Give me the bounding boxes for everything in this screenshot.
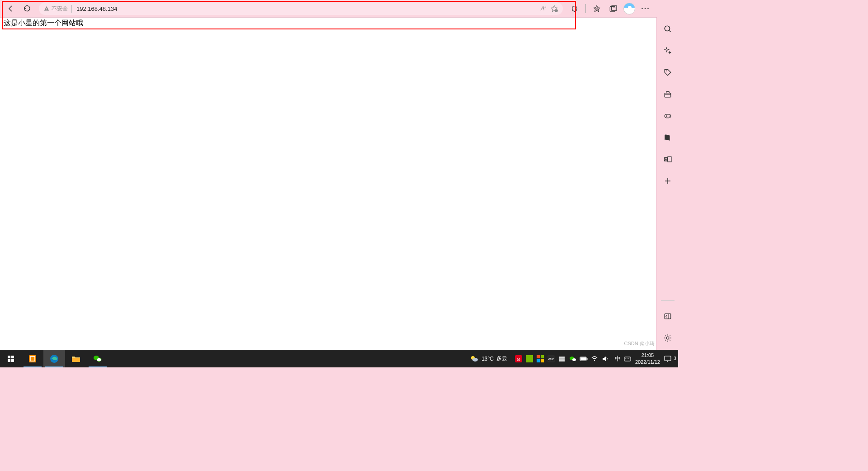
collections-icon <box>609 5 617 13</box>
sidebar-outlook-button[interactable] <box>661 153 674 166</box>
refresh-button[interactable] <box>20 1 34 16</box>
svg-point-37 <box>472 358 478 362</box>
tray-app3[interactable] <box>558 355 566 363</box>
sidebar-shopping-button[interactable] <box>661 66 674 79</box>
address-bar-actions: A» <box>541 5 558 13</box>
favorite-star-button[interactable] <box>550 5 558 13</box>
svg-rect-14 <box>665 114 671 118</box>
puzzle-icon <box>571 5 579 13</box>
security-label: 不安全 <box>52 5 68 13</box>
games-icon <box>664 112 672 120</box>
wifi-icon <box>591 355 598 362</box>
svg-point-51 <box>572 358 576 361</box>
svg-point-2 <box>555 9 558 12</box>
volume-icon <box>602 355 609 362</box>
weather-widget[interactable]: 13°C 多云 <box>465 354 512 363</box>
ime-keyboard-icon <box>624 355 631 362</box>
back-button[interactable] <box>4 1 18 16</box>
favorites-star-icon <box>593 5 601 13</box>
avatar-icon <box>623 3 635 14</box>
notification-icon <box>664 355 672 363</box>
notification-count: 3 <box>674 356 676 361</box>
svg-rect-29 <box>11 359 14 362</box>
toolbar-divider <box>585 4 586 13</box>
sparkle-icon <box>664 47 672 55</box>
tray-volume[interactable] <box>601 355 609 363</box>
folder-icon <box>71 354 81 364</box>
taskbar-clock[interactable]: 21:05 2022/11/12 <box>632 352 664 365</box>
sidebar-games-button[interactable] <box>661 109 674 122</box>
taskbar-wechat[interactable] <box>87 350 108 367</box>
watermark-text: CSDN @小琦 <box>624 340 655 347</box>
security-indicator[interactable]: 不安全 <box>43 5 72 13</box>
svg-rect-53 <box>586 358 587 360</box>
tag-icon <box>664 68 672 76</box>
svg-rect-28 <box>8 359 10 362</box>
vmware-icon <box>28 354 38 364</box>
read-aloud-button[interactable]: A» <box>541 5 547 12</box>
clock-time: 21:05 <box>635 352 660 358</box>
tray-wechat[interactable] <box>569 355 577 363</box>
wechat-icon <box>93 354 103 364</box>
svg-rect-43 <box>537 359 540 362</box>
svg-rect-41 <box>537 355 540 358</box>
nvidia-icon <box>526 355 533 362</box>
toolbar-right-actions: ··· <box>567 1 653 16</box>
svg-rect-54 <box>580 357 586 360</box>
svg-rect-33 <box>72 358 80 362</box>
svg-text:Wub: Wub <box>548 357 554 361</box>
tray-ime-icon[interactable] <box>623 355 632 363</box>
sidebar-search-button[interactable] <box>661 23 674 35</box>
more-menu-button[interactable]: ··· <box>638 1 653 16</box>
plus-icon <box>664 177 671 185</box>
svg-rect-40 <box>526 355 533 362</box>
sidebar-settings-button[interactable] <box>661 332 674 344</box>
tray-app1[interactable] <box>536 355 544 363</box>
ime-indicator[interactable]: 中 <box>612 355 623 363</box>
battery-icon <box>580 356 588 362</box>
sidebar-office-button[interactable] <box>661 131 674 144</box>
svg-rect-19 <box>668 157 671 162</box>
edge-sidebar <box>656 17 678 350</box>
extensions-button[interactable] <box>567 1 582 16</box>
svg-rect-0 <box>46 8 47 9</box>
sidebar-discover-button[interactable] <box>661 44 674 57</box>
notification-badge[interactable]: 3 <box>672 355 678 363</box>
svg-text:ω: ω <box>517 357 520 362</box>
svg-point-58 <box>627 358 627 358</box>
edge-icon <box>49 354 59 364</box>
sidebar-tools-button[interactable] <box>661 88 674 100</box>
address-bar[interactable]: 不安全 192.168.48.134 A» <box>39 2 563 15</box>
svg-rect-56 <box>624 357 631 361</box>
sidebar-hide-button[interactable] <box>661 310 674 323</box>
back-arrow-icon <box>7 5 14 12</box>
tray-nvidia[interactable] <box>525 355 533 363</box>
svg-rect-26 <box>8 356 10 358</box>
more-icon: ··· <box>641 5 650 13</box>
taskbar-explorer[interactable] <box>65 350 87 367</box>
profile-avatar[interactable] <box>622 1 637 16</box>
tray-generic-icon <box>537 355 544 362</box>
sidebar-add-button[interactable] <box>661 175 674 187</box>
favorites-button[interactable] <box>590 1 604 16</box>
tray-stack-icon <box>558 355 566 362</box>
tray-wifi[interactable] <box>590 355 599 363</box>
collections-button[interactable] <box>606 1 620 16</box>
tray-battery[interactable] <box>580 355 588 363</box>
taskbar-edge[interactable] <box>43 350 65 367</box>
wechat-tray-icon <box>569 355 576 362</box>
netease-icon: ω <box>515 355 522 362</box>
tray-netease[interactable]: ω <box>514 355 523 363</box>
weather-temp: 13°C <box>481 356 494 362</box>
svg-point-15 <box>669 116 670 117</box>
svg-rect-44 <box>541 359 544 362</box>
webpage-viewport: 这是小星的第一个网站哦 <box>0 17 656 350</box>
notification-center[interactable] <box>664 355 672 363</box>
svg-line-10 <box>669 30 670 32</box>
tray-app2[interactable]: Wub <box>547 355 555 363</box>
browser-toolbar: 不安全 192.168.48.134 A» ··· <box>0 0 656 17</box>
taskbar-vmware[interactable] <box>22 350 43 367</box>
svg-point-25 <box>666 337 669 339</box>
start-button[interactable] <box>0 350 22 367</box>
svg-rect-12 <box>665 93 671 97</box>
